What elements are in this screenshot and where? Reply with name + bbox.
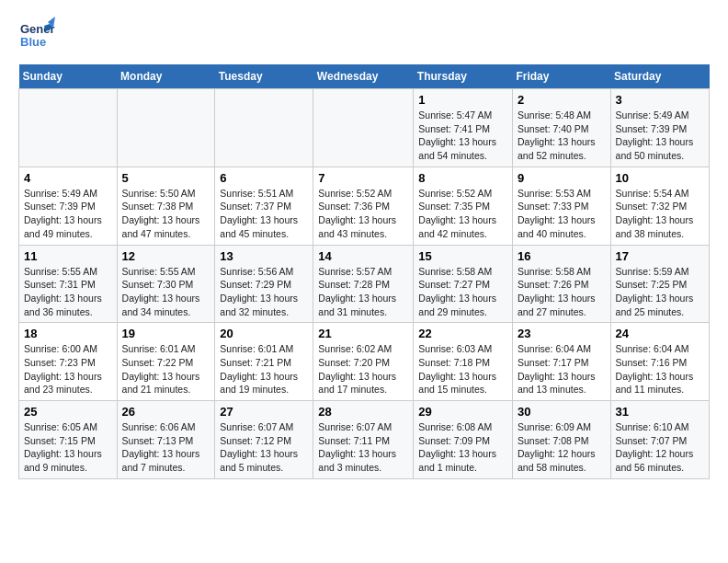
day-info: Sunrise: 5:50 AMSunset: 7:38 PMDaylight:…	[122, 187, 210, 241]
day-info: Sunrise: 6:00 AMSunset: 7:23 PMDaylight:…	[24, 342, 112, 396]
logo-icon: General Blue	[18, 15, 55, 52]
day-number: 8	[418, 171, 507, 185]
day-number: 4	[24, 171, 112, 185]
day-info: Sunrise: 5:51 AMSunset: 7:37 PMDaylight:…	[220, 187, 308, 241]
calendar-cell: 19Sunrise: 6:01 AMSunset: 7:22 PMDayligh…	[117, 323, 215, 401]
day-info: Sunrise: 5:52 AMSunset: 7:35 PMDaylight:…	[418, 187, 507, 241]
calendar-cell: 2Sunrise: 5:48 AMSunset: 7:40 PMDaylight…	[512, 89, 610, 167]
calendar-cell: 15Sunrise: 5:58 AMSunset: 7:27 PMDayligh…	[414, 245, 513, 323]
calendar-cell: 10Sunrise: 5:54 AMSunset: 7:32 PMDayligh…	[610, 167, 709, 245]
day-number: 3	[616, 93, 704, 107]
day-number: 12	[122, 249, 210, 263]
calendar-cell	[117, 89, 215, 167]
day-number: 22	[418, 327, 507, 340]
day-info: Sunrise: 5:55 AMSunset: 7:31 PMDaylight:…	[24, 265, 112, 319]
day-info: Sunrise: 6:06 AMSunset: 7:13 PMDaylight:…	[122, 420, 210, 475]
day-info: Sunrise: 5:59 AMSunset: 7:25 PMDaylight:…	[616, 265, 704, 319]
day-number: 14	[318, 249, 408, 263]
calendar-cell: 1Sunrise: 5:47 AMSunset: 7:41 PMDaylight…	[414, 89, 513, 167]
calendar-table: SundayMondayTuesdayWednesdayThursdayFrid…	[18, 64, 710, 479]
calendar-cell: 5Sunrise: 5:50 AMSunset: 7:38 PMDaylight…	[117, 167, 215, 245]
day-number: 20	[220, 327, 308, 340]
calendar-cell: 13Sunrise: 5:56 AMSunset: 7:29 PMDayligh…	[215, 245, 313, 323]
day-number: 7	[318, 171, 408, 185]
calendar-cell: 21Sunrise: 6:02 AMSunset: 7:20 PMDayligh…	[313, 323, 414, 401]
col-header-thursday: Thursday	[414, 64, 513, 89]
calendar-cell: 28Sunrise: 6:07 AMSunset: 7:11 PMDayligh…	[313, 401, 414, 479]
calendar-cell: 29Sunrise: 6:08 AMSunset: 7:09 PMDayligh…	[414, 401, 513, 479]
day-info: Sunrise: 6:10 AMSunset: 7:07 PMDaylight:…	[616, 420, 704, 475]
day-number: 18	[24, 327, 112, 340]
day-info: Sunrise: 5:49 AMSunset: 7:39 PMDaylight:…	[24, 187, 112, 241]
calendar-cell: 14Sunrise: 5:57 AMSunset: 7:28 PMDayligh…	[313, 245, 414, 323]
day-number: 16	[518, 249, 606, 263]
day-info: Sunrise: 5:57 AMSunset: 7:28 PMDaylight:…	[318, 265, 408, 319]
day-number: 21	[318, 327, 408, 340]
calendar-cell: 22Sunrise: 6:03 AMSunset: 7:18 PMDayligh…	[414, 323, 513, 401]
calendar-cell: 20Sunrise: 6:01 AMSunset: 7:21 PMDayligh…	[215, 323, 313, 401]
svg-text:Blue: Blue	[20, 35, 46, 49]
day-number: 10	[616, 171, 704, 185]
day-info: Sunrise: 5:53 AMSunset: 7:33 PMDaylight:…	[518, 187, 606, 241]
col-header-tuesday: Tuesday	[215, 64, 313, 89]
logo: General Blue	[18, 15, 55, 55]
col-header-wednesday: Wednesday	[313, 64, 414, 89]
calendar-cell: 7Sunrise: 5:52 AMSunset: 7:36 PMDaylight…	[313, 167, 414, 245]
day-number: 9	[518, 171, 606, 185]
day-info: Sunrise: 5:49 AMSunset: 7:39 PMDaylight:…	[616, 109, 704, 163]
calendar-cell: 16Sunrise: 5:58 AMSunset: 7:26 PMDayligh…	[512, 245, 610, 323]
day-number: 23	[518, 327, 606, 340]
day-info: Sunrise: 5:48 AMSunset: 7:40 PMDaylight:…	[518, 109, 606, 163]
col-header-saturday: Saturday	[610, 64, 709, 89]
calendar-cell: 24Sunrise: 6:04 AMSunset: 7:16 PMDayligh…	[610, 323, 709, 401]
calendar-cell: 30Sunrise: 6:09 AMSunset: 7:08 PMDayligh…	[512, 401, 610, 479]
day-info: Sunrise: 5:55 AMSunset: 7:30 PMDaylight:…	[122, 265, 210, 319]
day-info: Sunrise: 6:02 AMSunset: 7:20 PMDaylight:…	[318, 342, 408, 396]
day-number: 1	[418, 93, 507, 107]
day-number: 6	[220, 171, 308, 185]
calendar-cell: 25Sunrise: 6:05 AMSunset: 7:15 PMDayligh…	[19, 401, 118, 479]
day-info: Sunrise: 5:58 AMSunset: 7:26 PMDaylight:…	[518, 265, 606, 319]
calendar-cell: 31Sunrise: 6:10 AMSunset: 7:07 PMDayligh…	[610, 401, 709, 479]
day-number: 15	[418, 249, 507, 263]
day-info: Sunrise: 6:05 AMSunset: 7:15 PMDaylight:…	[24, 420, 112, 475]
calendar-cell: 9Sunrise: 5:53 AMSunset: 7:33 PMDaylight…	[512, 167, 610, 245]
day-number: 2	[518, 93, 606, 107]
calendar-header: SundayMondayTuesdayWednesdayThursdayFrid…	[19, 64, 710, 89]
day-number: 17	[616, 249, 704, 263]
day-number: 13	[220, 249, 308, 263]
calendar-cell: 23Sunrise: 6:04 AMSunset: 7:17 PMDayligh…	[512, 323, 610, 401]
calendar-cell	[19, 89, 118, 167]
day-number: 27	[220, 405, 308, 419]
day-info: Sunrise: 6:07 AMSunset: 7:11 PMDaylight:…	[318, 420, 408, 475]
day-number: 31	[616, 405, 704, 419]
day-number: 29	[418, 405, 507, 419]
day-number: 11	[24, 249, 112, 263]
day-info: Sunrise: 5:56 AMSunset: 7:29 PMDaylight:…	[220, 265, 308, 319]
calendar-cell: 8Sunrise: 5:52 AMSunset: 7:35 PMDaylight…	[414, 167, 513, 245]
day-info: Sunrise: 6:07 AMSunset: 7:12 PMDaylight:…	[220, 420, 308, 475]
calendar-cell: 3Sunrise: 5:49 AMSunset: 7:39 PMDaylight…	[610, 89, 709, 167]
day-info: Sunrise: 6:04 AMSunset: 7:17 PMDaylight:…	[518, 342, 606, 396]
day-info: Sunrise: 5:52 AMSunset: 7:36 PMDaylight:…	[318, 187, 408, 241]
calendar-cell: 12Sunrise: 5:55 AMSunset: 7:30 PMDayligh…	[117, 245, 215, 323]
day-number: 28	[318, 405, 408, 419]
day-number: 25	[24, 405, 112, 419]
day-info: Sunrise: 6:08 AMSunset: 7:09 PMDaylight:…	[418, 420, 507, 475]
day-info: Sunrise: 6:09 AMSunset: 7:08 PMDaylight:…	[518, 420, 606, 475]
calendar-cell: 17Sunrise: 5:59 AMSunset: 7:25 PMDayligh…	[610, 245, 709, 323]
col-header-sunday: Sunday	[19, 64, 118, 89]
day-info: Sunrise: 5:54 AMSunset: 7:32 PMDaylight:…	[616, 187, 704, 241]
calendar-cell: 18Sunrise: 6:00 AMSunset: 7:23 PMDayligh…	[19, 323, 118, 401]
calendar-cell	[313, 89, 414, 167]
day-info: Sunrise: 5:47 AMSunset: 7:41 PMDaylight:…	[418, 109, 507, 163]
day-info: Sunrise: 6:01 AMSunset: 7:22 PMDaylight:…	[122, 342, 210, 396]
calendar-cell: 6Sunrise: 5:51 AMSunset: 7:37 PMDaylight…	[215, 167, 313, 245]
day-info: Sunrise: 6:03 AMSunset: 7:18 PMDaylight:…	[418, 342, 507, 396]
calendar-cell: 27Sunrise: 6:07 AMSunset: 7:12 PMDayligh…	[215, 401, 313, 479]
calendar-cell: 26Sunrise: 6:06 AMSunset: 7:13 PMDayligh…	[117, 401, 215, 479]
day-info: Sunrise: 6:01 AMSunset: 7:21 PMDaylight:…	[220, 342, 308, 396]
col-header-friday: Friday	[512, 64, 610, 89]
page-header: General Blue	[18, 15, 710, 55]
day-number: 30	[518, 405, 606, 419]
